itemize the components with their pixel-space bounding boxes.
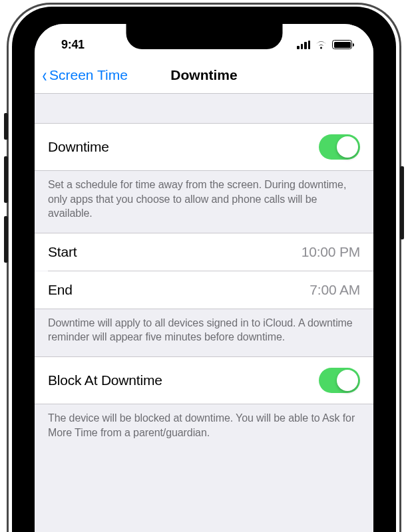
block-toggle-row: Block At Downtime: [35, 356, 373, 404]
cellular-signal-icon: [297, 41, 310, 49]
mute-switch: [4, 113, 8, 140]
status-indicators: [297, 40, 357, 49]
battery-icon: [332, 40, 352, 49]
block-toggle[interactable]: [319, 368, 360, 393]
downtime-footer: Set a schedule for time away from the sc…: [35, 171, 373, 233]
volume-up-button: [4, 156, 8, 203]
wifi-icon: [315, 40, 327, 49]
power-button: [400, 166, 404, 239]
toggle-knob: [337, 136, 358, 158]
block-label: Block At Downtime: [48, 372, 162, 388]
chevron-left-icon: ‹: [43, 65, 47, 85]
end-label: End: [48, 282, 73, 298]
status-time: 9:41: [51, 38, 85, 52]
downtime-toggle[interactable]: [319, 134, 360, 160]
schedule-group: Start 10:00 PM End 7:00 AM: [35, 233, 373, 309]
end-time-row[interactable]: End 7:00 AM: [35, 271, 373, 309]
toggle-knob: [337, 370, 358, 391]
start-value: 10:00 PM: [302, 244, 360, 260]
block-footer: The device will be blocked at downtime. …: [35, 404, 373, 452]
downtime-label: Downtime: [48, 139, 109, 155]
notch: [126, 24, 282, 49]
content: Downtime Set a schedule for time away fr…: [35, 94, 373, 452]
screen: 9:41 ‹ Screen Time Downtime: [35, 24, 373, 532]
start-label: Start: [48, 244, 77, 260]
back-button[interactable]: ‹ Screen Time: [35, 65, 128, 85]
end-value: 7:00 AM: [309, 282, 360, 298]
navigation-bar: ‹ Screen Time Downtime: [35, 57, 373, 94]
downtime-toggle-row: Downtime: [35, 123, 373, 171]
section-spacer: [35, 94, 373, 123]
schedule-footer: Downtime will apply to all devices signe…: [35, 309, 373, 356]
phone-frame: 9:41 ‹ Screen Time Downtime: [12, 7, 396, 532]
volume-down-button: [4, 216, 8, 263]
back-label: Screen Time: [49, 67, 128, 83]
start-time-row[interactable]: Start 10:00 PM: [35, 233, 373, 271]
